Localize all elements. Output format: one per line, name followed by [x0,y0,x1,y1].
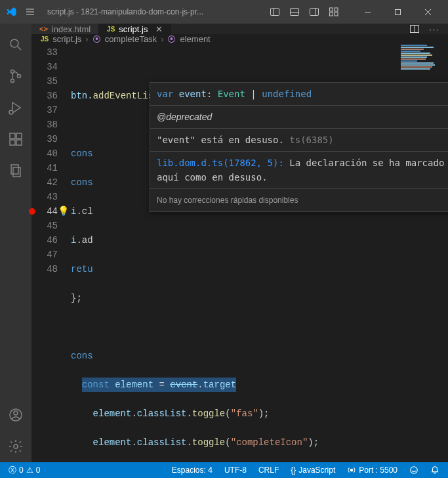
source-control-icon[interactable] [0,60,31,92]
svg-rect-8 [330,12,333,16]
broadcast-icon [347,466,356,475]
window-controls [352,0,443,24]
hover-doc: @deprecated [150,106,448,129]
chevron-right-icon: › [161,34,163,44]
svg-rect-18 [10,133,15,139]
tab-label: index.html [52,24,91,34]
tab-script-js[interactable]: JS script.js ✕ [99,24,171,34]
svg-point-15 [18,75,21,78]
maximize-button[interactable] [382,0,413,24]
status-eol[interactable]: CRLF [255,462,282,478]
activitybar [0,24,31,462]
lightbulb-icon[interactable]: 💡 [58,204,69,219]
statusbar: ⓧ0 ⚠0 Espacios: 4 UTF-8 CRLF {} JavaScri… [0,462,448,478]
svg-rect-21 [16,133,22,139]
svg-point-25 [14,411,18,415]
status-problems[interactable]: ⓧ0 ⚠0 [5,462,43,478]
status-language[interactable]: {} JavaScript [287,462,338,478]
editor-area: <> index.html JS script.js ✕ ··· JS scri… [31,24,448,462]
minimize-button[interactable] [352,0,382,24]
svg-point-17 [9,110,13,114]
status-feedback[interactable] [406,462,422,478]
svg-rect-9 [335,12,338,16]
js-file-icon: JS [41,35,49,43]
hover-tooltip: var event: Event | undefined @deprecated… [150,82,448,212]
editor-tabs: <> index.html JS script.js ✕ ··· [31,24,448,34]
svg-rect-20 [16,140,22,145]
gutter[interactable]: 33 34 35 36 37 38 39 40 41 42 43 💡44 45 … [31,44,71,462]
svg-rect-6 [330,8,333,11]
status-indent[interactable]: Espacios: 4 [169,462,216,478]
svg-rect-0 [271,9,279,16]
breadcrumb-symbol[interactable]: element [180,34,210,44]
js-file-icon: JS [107,26,115,33]
warning-icon: ⚠ [26,466,33,475]
svg-point-29 [351,469,354,471]
breadcrumb-file[interactable]: script.js [52,34,81,44]
extensions-icon[interactable] [0,123,31,155]
svg-rect-23 [13,167,20,177]
status-notifications[interactable] [427,462,443,478]
svg-rect-10 [395,9,400,14]
svg-rect-19 [10,140,15,145]
bell-icon [430,466,439,475]
panel-left-icon[interactable] [270,7,280,17]
breakpoint-icon[interactable] [29,208,35,215]
code-editor[interactable]: 33 34 35 36 37 38 39 40 41 42 43 💡44 45 … [31,44,448,462]
svg-rect-7 [335,8,338,11]
svg-rect-4 [310,9,319,16]
source-link[interactable]: lib.dom.d.ts(17862, 5): [157,158,284,168]
accounts-icon[interactable] [0,399,31,431]
tab-label: script.js [119,24,148,34]
settings-gear-icon[interactable] [0,431,31,462]
titlebar: script.js - 1821-manipulando-dom-con-js-… [0,0,448,24]
svg-point-13 [11,70,14,74]
svg-point-26 [14,445,18,448]
svg-rect-2 [291,9,299,16]
status-encoding[interactable]: UTF-8 [221,462,250,478]
run-debug-icon[interactable] [0,92,31,123]
layout-grid-icon[interactable] [329,7,339,17]
window-title: script.js - 1821-manipulando-dom-con-js-… [47,7,262,16]
chevron-right-icon: › [85,34,88,44]
breadcrumbs[interactable]: JS script.js › ⦿ completeTask › ⦿ elemen… [31,34,448,44]
menu-icon[interactable] [25,7,35,17]
hover-quickfix: No hay correcciones rápidas disponibles [150,189,448,211]
explorer-icon[interactable] [0,155,31,186]
panel-bottom-icon[interactable] [289,7,300,17]
svg-point-30 [411,467,418,474]
hover-related: lib.dom.d.ts(17862, 5): La declaración s… [150,152,448,189]
symbol-icon: ⦿ [92,34,101,44]
svg-point-11 [10,39,18,47]
hover-signature: var event: Event | undefined [150,83,448,106]
breadcrumb-symbol[interactable]: completeTask [105,34,157,44]
svg-line-12 [18,47,21,50]
close-icon[interactable]: ✕ [155,24,163,34]
split-editor-icon[interactable] [409,24,420,34]
tab-index-html[interactable]: <> index.html [31,24,99,34]
symbol-icon: ⦿ [167,34,176,44]
close-button[interactable] [413,0,443,24]
panel-right-icon[interactable] [309,7,319,17]
vscode-logo-icon [5,6,17,18]
error-icon: ⓧ [9,465,16,476]
status-liveserver[interactable]: Port : 5500 [344,462,401,478]
search-icon[interactable] [0,29,31,60]
more-actions-icon[interactable]: ··· [429,24,440,34]
svg-rect-22 [11,165,18,174]
svg-point-14 [11,79,14,83]
html-file-icon: <> [39,25,48,33]
svg-marker-16 [12,102,20,113]
feedback-icon [409,466,418,475]
layout-controls [270,7,344,17]
hover-diagnostic: "event" está en desuso. ts(6385) [150,129,448,152]
